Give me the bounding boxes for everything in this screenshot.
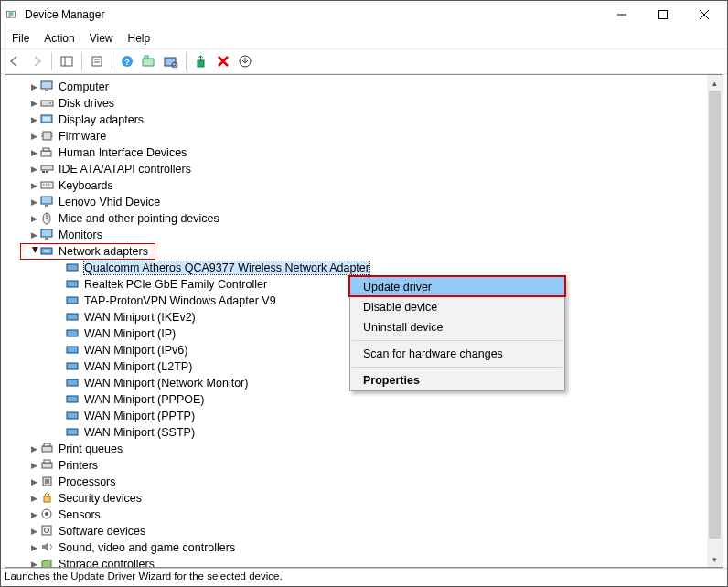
tree-item-software-devices[interactable]: ▶Software devices xyxy=(5,523,723,539)
tree-item-mice[interactable]: ▶Mice and other pointing devices xyxy=(5,210,723,227)
svg-rect-38 xyxy=(46,171,48,173)
network-card-icon xyxy=(66,294,80,308)
speaker-icon xyxy=(40,540,55,555)
svg-rect-68 xyxy=(44,496,50,502)
scroll-down-button[interactable]: ▾ xyxy=(707,551,723,567)
app-icon xyxy=(6,7,21,22)
tree-item-wan-sstp[interactable]: WAN Miniport (SSTP) xyxy=(5,424,723,441)
menubar: File Action View Help xyxy=(1,28,727,48)
chevron-right-icon: ▶ xyxy=(31,494,40,503)
context-menu-separator xyxy=(352,340,562,341)
toolbar-separator xyxy=(51,52,52,70)
properties-button[interactable] xyxy=(87,51,107,71)
help-button[interactable]: ? xyxy=(117,51,137,71)
software-device-icon xyxy=(40,524,55,539)
window-title: Device Manager xyxy=(25,8,604,21)
svg-rect-40 xyxy=(43,184,45,186)
context-menu-scan-hardware[interactable]: Scan for hardware changes xyxy=(350,344,564,364)
uninstall-device-toolbar-button[interactable] xyxy=(235,51,255,71)
scroll-up-button[interactable]: ▴ xyxy=(707,75,723,91)
tree-item-firmware[interactable]: ▶Firmware xyxy=(5,128,723,144)
svg-rect-34 xyxy=(41,151,51,156)
tree-item-hid[interactable]: ▶Human Interface Devices xyxy=(5,144,723,161)
svg-rect-19 xyxy=(198,60,204,67)
tree-item-lenovo-vhid[interactable]: ▶Lenovo Vhid Device xyxy=(5,194,723,210)
processor-icon xyxy=(40,475,55,489)
forward-button[interactable] xyxy=(27,51,47,71)
network-card-icon xyxy=(66,261,80,275)
tree-item-computer[interactable]: ▶Computer xyxy=(5,79,723,95)
chevron-right-icon: ▶ xyxy=(31,214,40,223)
network-card-icon xyxy=(66,326,80,341)
svg-rect-43 xyxy=(41,197,52,204)
tree-item-sound[interactable]: ▶Sound, video and game controllers xyxy=(5,539,723,556)
menu-file[interactable]: File xyxy=(6,30,38,47)
svg-rect-44 xyxy=(45,205,48,207)
minimize-button[interactable] xyxy=(604,1,645,28)
update-driver-toolbar-button[interactable] xyxy=(139,51,159,71)
scan-hardware-toolbar-button[interactable] xyxy=(161,51,181,71)
tree-item-wan-pppoe[interactable]: WAN Miniport (PPPOE) xyxy=(5,391,723,408)
chevron-right-icon: ▶ xyxy=(31,148,40,157)
menu-help[interactable]: Help xyxy=(123,30,160,47)
svg-rect-24 xyxy=(45,90,48,91)
svg-rect-23 xyxy=(41,81,52,89)
chevron-right-icon: ▶ xyxy=(31,165,40,174)
disable-device-toolbar-button[interactable] xyxy=(213,51,233,71)
svg-rect-41 xyxy=(46,184,48,186)
svg-rect-64 xyxy=(42,463,52,468)
tree-item-qualcomm-adapter[interactable]: Qualcomm Atheros QCA9377 Wireless Networ… xyxy=(5,260,723,276)
hid-icon xyxy=(40,145,55,160)
tree-item-ide[interactable]: ▶IDE ATA/ATAPI controllers xyxy=(5,161,723,177)
close-button[interactable] xyxy=(686,1,727,28)
tree-item-processors[interactable]: ▶Processors xyxy=(5,474,723,490)
tree-item-printers[interactable]: ▶Printers xyxy=(5,457,723,474)
svg-rect-51 xyxy=(67,264,78,271)
svg-rect-36 xyxy=(41,165,53,170)
mouse-icon xyxy=(40,211,55,226)
svg-rect-28 xyxy=(43,117,50,121)
svg-rect-35 xyxy=(43,148,49,151)
svg-rect-17 xyxy=(165,58,176,66)
network-adapter-icon xyxy=(40,244,55,259)
svg-rect-42 xyxy=(48,184,50,186)
scrollbar-thumb[interactable] xyxy=(709,91,721,539)
show-hide-console-button[interactable] xyxy=(57,51,77,71)
menu-view[interactable]: View xyxy=(84,30,123,47)
tree-item-wan-pptp[interactable]: WAN Miniport (PPTP) xyxy=(5,408,723,424)
chevron-right-icon: ▶ xyxy=(31,82,40,91)
tree-item-sensors[interactable]: ▶Sensors xyxy=(5,507,723,523)
tree-item-security-devices[interactable]: ▶Security devices xyxy=(5,490,723,507)
tree-item-disk-drives[interactable]: ▶Disk drives xyxy=(5,95,723,112)
svg-rect-47 xyxy=(41,229,52,237)
context-menu-properties[interactable]: Properties xyxy=(350,370,564,390)
network-card-icon xyxy=(66,343,80,358)
svg-rect-8 xyxy=(61,57,72,66)
svg-rect-60 xyxy=(67,412,78,419)
tree-item-print-queues[interactable]: ▶Print queues xyxy=(5,441,723,457)
tree-item-storage-controllers[interactable]: ▶Storage controllers xyxy=(5,556,723,568)
back-button[interactable] xyxy=(5,51,25,71)
monitor-icon xyxy=(40,195,55,209)
network-card-icon xyxy=(66,310,80,325)
svg-point-26 xyxy=(49,102,51,104)
chevron-right-icon: ▶ xyxy=(31,132,40,141)
chevron-right-icon: ▶ xyxy=(31,461,40,470)
menu-action[interactable]: Action xyxy=(38,30,83,47)
maximize-button[interactable] xyxy=(645,1,686,28)
vertical-scrollbar[interactable]: ▴ ▾ xyxy=(707,75,723,567)
svg-rect-2 xyxy=(9,14,14,15)
context-menu-uninstall-device[interactable]: Uninstall device xyxy=(350,317,564,337)
context-menu-update-driver[interactable]: Update driver xyxy=(350,277,564,297)
tree-item-network-adapters[interactable]: ▶Network adapters xyxy=(5,243,723,260)
context-menu: Update driver Disable device Uninstall d… xyxy=(349,276,565,391)
tree-item-display-adapters[interactable]: ▶Display adapters xyxy=(5,112,723,128)
svg-rect-67 xyxy=(45,479,49,484)
tree-item-keyboards[interactable]: ▶Keyboards xyxy=(5,177,723,194)
tree-item-monitors[interactable]: ▶Monitors xyxy=(5,227,723,243)
network-card-icon xyxy=(66,425,80,440)
svg-rect-54 xyxy=(67,314,78,320)
enable-device-toolbar-button[interactable] xyxy=(191,51,211,71)
context-menu-disable-device[interactable]: Disable device xyxy=(350,297,564,317)
chevron-right-icon: ▶ xyxy=(31,510,40,519)
